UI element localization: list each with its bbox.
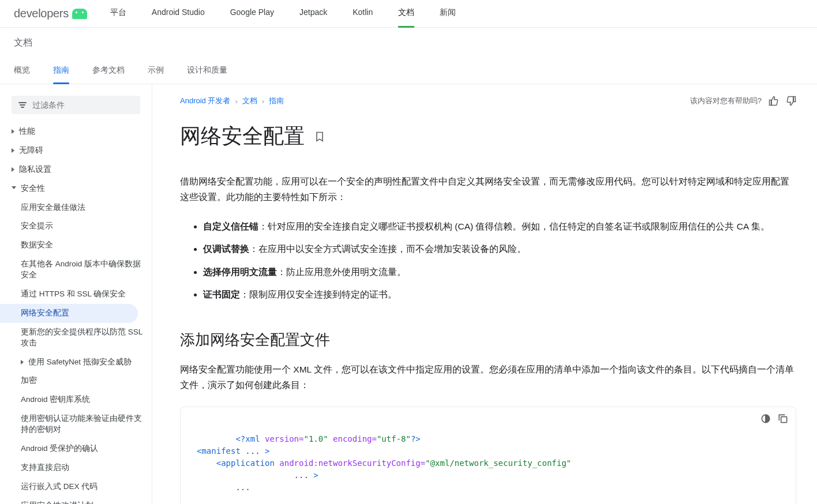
sidebar-item-key-attestation[interactable]: 使用密钥认证功能来验证由硬件支持的密钥对 — [0, 409, 152, 439]
sidebar-item-direct-boot[interactable]: 支持直接启动 — [0, 458, 152, 477]
feature-item-cert-pinning: 证书固定：限制应用仅安全连接到特定的证书。 — [203, 287, 796, 302]
topnav-items: 平台 Android Studio Google Play Jetpack Ko… — [110, 0, 456, 28]
section-heading-add-file: 添加网络安全配置文件 — [180, 330, 796, 350]
sidebar-item-performance[interactable]: 性能 — [0, 122, 152, 141]
helpful-text: 该内容对您有帮助吗? — [690, 96, 762, 106]
sidebar-item-update-security-provider[interactable]: 更新您的安全提供程序以防范 SSL 攻击 — [0, 323, 152, 353]
sidebar-item-app-security-improvement[interactable]: 应用安全性改进计划 — [0, 497, 152, 504]
sidebar-item-accessibility[interactable]: 无障碍 — [0, 141, 152, 160]
theme-toggle-icon[interactable] — [760, 413, 771, 424]
chevron-right-icon — [12, 148, 14, 153]
sidebar-item-network-security-config[interactable]: 网络安全配置 — [0, 304, 138, 323]
sidebar[interactable]: 性能 无障碍 隐私设置 安全性 应用安全最佳做法 安全提示 数据安全 在其他各 … — [0, 84, 152, 504]
subnav-design[interactable]: 设计和质量 — [187, 65, 227, 84]
crumb-row: Android 开发者 › 文档 › 指南 该内容对您有帮助吗? — [180, 96, 796, 106]
sidebar-item-encryption[interactable]: 加密 — [0, 371, 152, 390]
content-card: Android 开发者 › 文档 › 指南 该内容对您有帮助吗? 网络安全配置 … — [180, 96, 796, 504]
code-block[interactable]: <?xml version="1.0" encoding="utf-8"?> <… — [180, 407, 796, 504]
topnav-platform[interactable]: 平台 — [110, 0, 126, 28]
subnav-guides[interactable]: 指南 — [53, 65, 69, 84]
bookmark-icon[interactable] — [314, 130, 325, 144]
chevron-right-icon — [21, 360, 24, 364]
sidebar-item-data-other-versions[interactable]: 在其他各 Android 版本中确保数据安全 — [0, 255, 152, 285]
topnav-docs[interactable]: 文档 — [398, 0, 414, 28]
subnav-samples[interactable]: 示例 — [148, 65, 164, 84]
page-title-row: 网络安全配置 — [180, 122, 796, 151]
chevron-down-icon — [12, 186, 16, 189]
sidebar-item-data-safe[interactable]: 数据安全 — [0, 236, 152, 255]
crumb-android-dev[interactable]: Android 开发者 — [180, 96, 230, 106]
page-title: 网络安全配置 — [180, 122, 305, 151]
subnav: 概览 指南 参考文档 示例 设计和质量 — [14, 65, 803, 84]
sidebar-item-https-ssl[interactable]: 通过 HTTPS 和 SSL 确保安全 — [0, 285, 152, 304]
topnav-jetpack[interactable]: Jetpack — [299, 0, 327, 28]
secondbar: 文档 概览 指南 参考文档 示例 设计和质量 — [0, 28, 817, 84]
sidebar-item-privacy[interactable]: 隐私设置 — [0, 160, 152, 179]
subnav-overview[interactable]: 概览 — [14, 65, 30, 84]
topnav-news[interactable]: 新闻 — [440, 0, 456, 28]
svg-rect-1 — [781, 417, 787, 423]
filter-input[interactable] — [32, 100, 133, 110]
crumb-docs[interactable]: 文档 — [242, 96, 257, 106]
sidebar-item-safetynet[interactable]: 使用 SafetyNet 抵御安全威胁 — [0, 353, 152, 372]
sidebar-item-protected-confirmation[interactable]: Android 受保护的确认 — [0, 439, 152, 458]
feature-list: 自定义信任锚：针对应用的安全连接自定义哪些证书授权机构 (CA) 值得信赖。例如… — [180, 219, 796, 302]
thumb-up-icon[interactable] — [769, 96, 779, 106]
breadcrumb: Android 开发者 › 文档 › 指南 — [180, 96, 284, 106]
sidebar-item-embedded-dex[interactable]: 运行嵌入式 DEX 代码 — [0, 477, 152, 497]
code-tools — [760, 413, 789, 424]
copy-icon[interactable] — [777, 413, 789, 424]
logo[interactable]: developers — [14, 7, 87, 20]
topnav-kotlin[interactable]: Kotlin — [353, 0, 373, 28]
topnav-android-studio[interactable]: Android Studio — [152, 0, 205, 28]
chevron-right-icon — [12, 167, 14, 172]
thumb-down-icon[interactable] — [786, 96, 796, 106]
layout: 性能 无障碍 隐私设置 安全性 应用安全最佳做法 安全提示 数据安全 在其他各 … — [0, 84, 817, 504]
sidebar-item-security-tips[interactable]: 安全提示 — [0, 217, 152, 236]
feature-item-cleartext: 选择停用明文流量：防止应用意外使用明文流量。 — [203, 264, 796, 280]
sidebar-item-security[interactable]: 安全性 — [0, 179, 152, 198]
sidebar-item-app-security-best[interactable]: 应用安全最佳做法 — [0, 198, 152, 217]
android-robot-icon — [72, 9, 87, 19]
crumb-guides[interactable]: 指南 — [269, 96, 284, 106]
section-title: 文档 — [14, 37, 803, 49]
chevron-right-icon: › — [262, 97, 264, 106]
filter-icon — [18, 102, 28, 108]
helpful-prompt: 该内容对您有帮助吗? — [690, 96, 796, 106]
section-paragraph-add-file: 网络安全配置功能使用一个 XML 文件，您可以在该文件中指定应用的设置。您必须在… — [180, 362, 796, 393]
chevron-right-icon — [12, 129, 14, 134]
topnav-google-play[interactable]: Google Play — [230, 0, 274, 28]
content[interactable]: Android 开发者 › 文档 › 指南 该内容对您有帮助吗? 网络安全配置 … — [152, 84, 817, 504]
feature-item-debug-override: 仅调试替换：在应用中以安全方式调试安全连接，而不会增加安装设备的风险。 — [203, 241, 796, 257]
filter-box[interactable] — [12, 96, 140, 114]
intro-paragraph: 借助网络安全配置功能，应用可以在一个安全的声明性配置文件中自定义其网络安全设置，… — [180, 174, 796, 205]
chevron-right-icon: › — [235, 97, 237, 106]
logo-text: developers — [14, 7, 69, 20]
feature-item-trust-anchors: 自定义信任锚：针对应用的安全连接自定义哪些证书授权机构 (CA) 值得信赖。例如… — [203, 219, 796, 234]
subnav-reference[interactable]: 参考文档 — [92, 65, 125, 84]
sidebar-item-keystore[interactable]: Android 密钥库系统 — [0, 390, 152, 409]
topnav: developers 平台 Android Studio Google Play… — [0, 0, 817, 28]
